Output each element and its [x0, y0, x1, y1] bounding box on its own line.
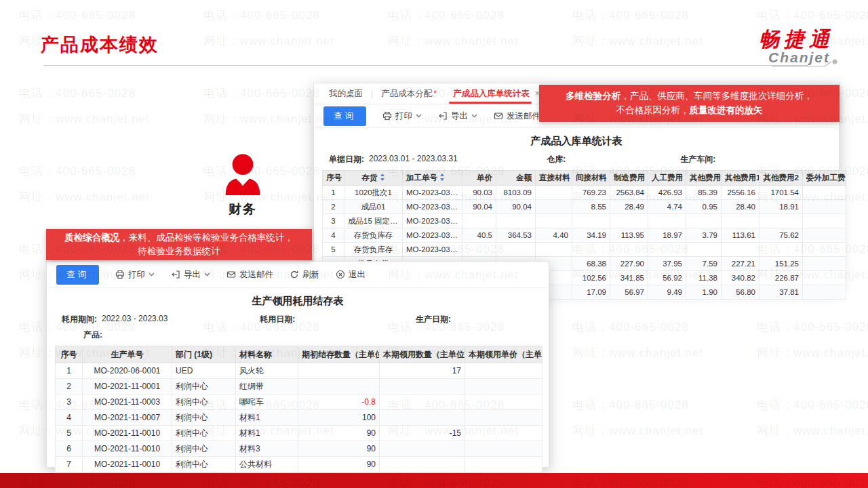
cell: 利润中心 — [172, 426, 236, 441]
filter-consume-date[interactable]: 耗用日期: — [260, 314, 416, 325]
filter-workshop[interactable]: 生产车间: — [680, 154, 720, 165]
table-row[interactable]: 6MO-2021-11-0010利润中心材料390 — [56, 441, 542, 457]
query-button[interactable]: 查询 — [323, 106, 366, 126]
column-header[interactable]: 单价 — [462, 171, 496, 186]
chevron-down-icon — [204, 272, 210, 277]
cell: 34.19 — [572, 228, 610, 243]
page-title: 产品成本绩效 — [41, 33, 159, 57]
report-title: 生产领用耗用结存表 — [47, 295, 549, 308]
column-header[interactable]: 存货 — [344, 171, 403, 186]
column-header[interactable]: 其他费用 — [686, 171, 722, 186]
table-row[interactable]: 2MO-2021-11-0001利润中心红绸带 — [56, 379, 542, 394]
query-button[interactable]: 查询 — [56, 265, 99, 285]
table-row[interactable]: 2成品01MO-2023-03-0...90.0490.048.5528.494… — [323, 200, 846, 214]
column-header[interactable]: 序号 — [56, 346, 83, 363]
send-mail-button[interactable]: 发送邮件 — [226, 269, 273, 281]
table-row[interactable]: 5存货负库存MO-2023-03-0... — [323, 243, 846, 257]
column-header[interactable]: 序号 — [323, 171, 344, 186]
column-header[interactable]: 间接材料 — [572, 171, 610, 186]
cell: 8103.09 — [496, 186, 536, 200]
unsaved-indicator: * — [433, 89, 437, 98]
cell: 90 — [298, 441, 380, 457]
watermark: 电话：400-665-0028网址：www.chanjet.net — [203, 3, 334, 54]
callout-multi-inspection: 多维检验分析，产品、供应商、车间等多维度批次详细分析， 不合格原因分析，质量改进… — [539, 85, 840, 122]
column-header[interactable]: 生产单号 — [83, 346, 172, 363]
cell — [465, 441, 542, 457]
column-header[interactable]: 本期领用数量（主单位） — [380, 346, 465, 363]
cell — [648, 243, 686, 257]
cell — [465, 379, 542, 394]
cell — [803, 228, 846, 243]
cell: 28.40 — [722, 200, 760, 214]
cell: 56.97 — [610, 285, 648, 300]
table-row[interactable]: 4MO-2021-11-0007利润中心材料1100 — [56, 410, 542, 426]
column-header[interactable]: 制造费用 — [610, 171, 648, 186]
export-icon — [171, 270, 180, 279]
table-row[interactable]: 5MO-2021-11-0010利润中心材料190-15 — [56, 426, 542, 441]
table-row[interactable]: 3成品15 固定3...MO-2023-03-0... — [323, 214, 846, 228]
cell: 17.09 — [572, 285, 610, 300]
column-header[interactable]: 部门 (1级) — [172, 346, 236, 363]
table-row[interactable]: 7MO-2021-11-0010利润中心公共材料90 — [56, 457, 542, 472]
cell: 3 — [56, 394, 83, 410]
filter-product[interactable]: 产品: — [83, 329, 107, 341]
cell: MO-2023-03-0... — [403, 228, 462, 243]
column-header[interactable]: 委外加工费 — [803, 171, 846, 186]
filter-warehouse[interactable]: 仓库: — [547, 154, 680, 165]
sort-icon[interactable] — [380, 174, 385, 181]
column-header[interactable]: 金额 — [496, 171, 536, 186]
send-mail-button[interactable]: 发送邮件 — [494, 110, 540, 122]
cell: 2 — [56, 379, 83, 394]
cell: 113.61 — [722, 228, 760, 243]
cell: 利润中心 — [172, 379, 236, 394]
column-header[interactable]: 直接材料 — [536, 171, 572, 186]
tab-my-desktop[interactable]: 我的桌面 — [321, 83, 371, 104]
column-header[interactable]: 其他费用1 — [722, 171, 760, 186]
cell: 102.56 — [572, 271, 610, 285]
cell — [648, 214, 686, 228]
cell: MO-2021-11-0010 — [83, 457, 172, 472]
table-row[interactable]: 1MO-2020-06-0001UED风火轮17 — [56, 363, 542, 379]
cell — [572, 214, 610, 228]
chevron-down-icon — [471, 114, 477, 118]
column-header[interactable]: 其他费用2 — [760, 171, 803, 186]
cell — [496, 214, 536, 228]
cell: 37.95 — [648, 257, 686, 271]
cell — [298, 363, 380, 379]
tab-product-cost-allocation[interactable]: 产品成本分配* — [373, 83, 445, 104]
table-header-row: 序号存货加工单号单价金额直接材料间接材料制造费用人工费用其他费用其他费用1其他费… — [323, 171, 846, 186]
export-button[interactable]: 导出 — [171, 269, 210, 281]
cell: 成品15 固定3... — [344, 214, 403, 228]
cell: MO-2023-03-0... — [403, 200, 462, 214]
brand-logo: 畅捷通 Chanjet — [759, 26, 834, 66]
print-button[interactable]: 打印 — [115, 269, 155, 281]
filter-production-date[interactable]: 生产日期: — [416, 314, 456, 325]
filter-doc-date[interactable]: 单据日期: 2023.03.01 - 2023.03.31 — [329, 154, 547, 165]
cell — [465, 394, 542, 410]
tab-finished-goods-report[interactable]: 产成品入库单统计表× — [445, 83, 548, 104]
refresh-button[interactable]: 刷新 — [290, 269, 319, 281]
cell: 1 — [323, 186, 344, 200]
sort-icon[interactable] — [439, 174, 445, 181]
column-header[interactable]: 人工费用 — [648, 171, 686, 186]
print-button[interactable]: 打印 — [382, 110, 422, 122]
table-row[interactable]: 3MO-2021-11-0003利润中心哪咤车-0.8 — [56, 394, 542, 410]
column-header[interactable]: 本期领用单价（主单位） — [465, 346, 542, 363]
column-header[interactable]: 加工单号 — [403, 171, 462, 186]
table-row[interactable]: 11020批次1MO-2023-03-0...90.038103.09769.2… — [323, 186, 846, 200]
cell: 1 — [56, 363, 83, 379]
column-header[interactable]: 期初结存数量（主单位） — [298, 346, 380, 363]
exit-button[interactable]: 退出 — [336, 269, 366, 281]
filter-consume-period[interactable]: 耗用期间: 2022.03 - 2023.03 — [62, 314, 260, 325]
table-row[interactable]: 4存货负库存MO-2023-03-0...40.5364.534.4034.19… — [323, 228, 846, 243]
cell: 利润中心 — [172, 441, 236, 457]
footer-band — [0, 473, 868, 488]
cell: 90.04 — [462, 200, 496, 214]
report-title: 产成品入库单统计表 — [314, 135, 839, 148]
cell: MO-2021-11-0003 — [83, 394, 172, 410]
column-header[interactable]: 材料名称 — [236, 346, 298, 363]
export-button[interactable]: 导出 — [438, 110, 477, 122]
cell: MO-2023-03-0... — [403, 214, 462, 228]
cell: 100 — [298, 410, 380, 426]
watermark: 电话：400-665-0028网址：www.chanjet.net — [388, 3, 519, 54]
